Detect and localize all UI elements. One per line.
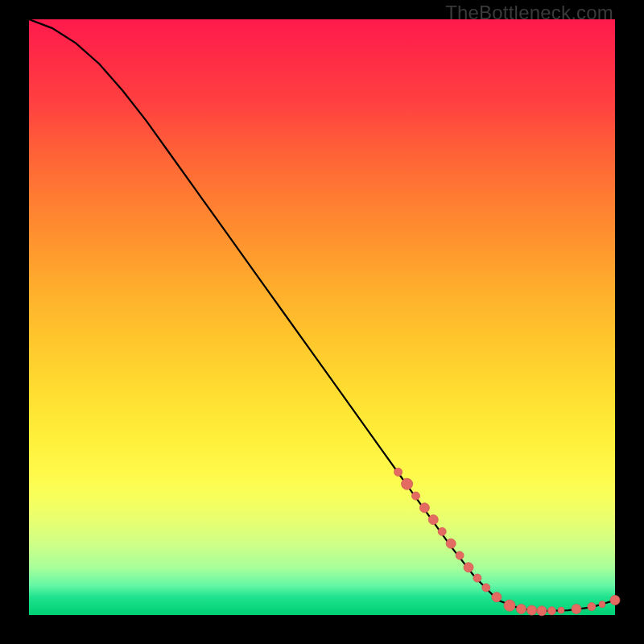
data-point (446, 539, 456, 548)
data-point (464, 563, 473, 572)
data-point (599, 601, 605, 608)
data-point (492, 592, 502, 602)
data-point (419, 503, 429, 513)
data-point (438, 527, 446, 535)
scatter-dots (394, 468, 620, 615)
data-point (428, 515, 438, 525)
data-point (482, 584, 490, 592)
data-point (537, 606, 547, 616)
data-point (456, 551, 464, 559)
plot-area (29, 19, 615, 615)
data-point (547, 607, 555, 615)
data-point (394, 468, 402, 476)
chart-svg (29, 19, 615, 615)
data-point (588, 603, 596, 611)
data-point (504, 600, 515, 611)
data-point (412, 492, 420, 500)
data-point (610, 596, 620, 605)
data-point (402, 478, 413, 489)
data-point (527, 605, 537, 615)
data-point (558, 607, 564, 613)
data-point (572, 605, 581, 614)
data-point (517, 605, 526, 614)
chart-frame: TheBottleneck.com (0, 0, 644, 644)
data-point (473, 574, 481, 582)
curve-line (29, 19, 615, 611)
